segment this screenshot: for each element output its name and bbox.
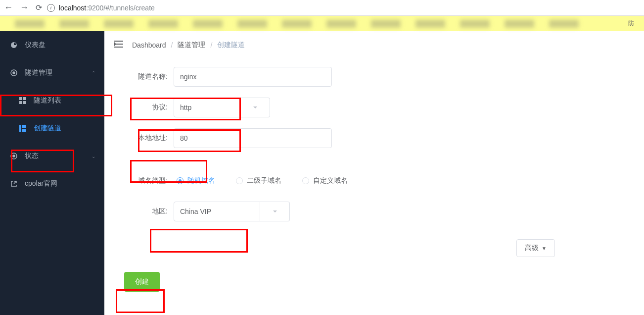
breadcrumb: Dashboard / 隧道管理 / 创建隧道 xyxy=(132,41,245,50)
select-dropdown-button[interactable] xyxy=(260,202,290,221)
radio-random-domain[interactable]: 随机域名 xyxy=(177,176,215,185)
forward-button[interactable]: → xyxy=(20,2,29,13)
svg-rect-4 xyxy=(19,101,22,104)
svg-rect-7 xyxy=(22,125,26,128)
sidebar-label: 仪表盘 xyxy=(25,41,46,50)
sidebar-item-tunnel-create[interactable]: 创建隧道 xyxy=(0,114,104,142)
tunnel-name-input[interactable] xyxy=(174,67,332,87)
svg-rect-11 xyxy=(114,41,123,42)
domain-type-label: 域名类型: xyxy=(124,176,174,185)
radio-label: 随机域名 xyxy=(187,176,215,185)
svg-point-10 xyxy=(13,155,15,157)
caret-down-icon: ▼ xyxy=(542,246,547,251)
chevron-up-icon: ⌃ xyxy=(92,70,95,76)
sidebar-item-dashboard[interactable]: 仪表盘 xyxy=(0,31,104,59)
local-addr-input[interactable] xyxy=(174,128,332,148)
reload-button[interactable]: ⟳ xyxy=(36,3,42,12)
region-label: 地区: xyxy=(124,207,174,216)
create-icon xyxy=(19,125,27,132)
breadcrumb-tunnel-mgmt[interactable]: 隧道管理 xyxy=(178,41,205,50)
bookmark-item[interactable]: 防 xyxy=(628,19,634,28)
bookmark-bar: 防 xyxy=(0,16,644,31)
tunnel-name-label: 隧道名称: xyxy=(124,72,174,81)
svg-rect-5 xyxy=(23,101,26,104)
svg-rect-2 xyxy=(19,97,22,100)
toggle-sidebar-button[interactable] xyxy=(114,40,123,51)
radio-label: 自定义域名 xyxy=(313,176,348,185)
svg-marker-14 xyxy=(114,42,116,46)
sidebar-item-tunnel-list[interactable]: 隧道列表 xyxy=(0,87,104,114)
radio-sub-domain[interactable]: 二级子域名 xyxy=(236,176,281,185)
list-icon xyxy=(19,97,27,104)
url-bar[interactable]: localhost:9200/#/tunnels/create xyxy=(59,4,155,12)
sidebar-label: 创建隧道 xyxy=(34,124,61,133)
status-icon xyxy=(10,152,18,160)
browser-toolbar: ← → ⟳ i localhost:9200/#/tunnels/create xyxy=(0,0,644,16)
advanced-button[interactable]: 高级 ▼ xyxy=(516,239,555,257)
breadcrumb-current: 创建隧道 xyxy=(217,41,245,50)
svg-rect-6 xyxy=(19,125,21,132)
breadcrumb-sep: / xyxy=(210,41,212,49)
chevron-down-icon xyxy=(252,105,258,110)
sidebar-item-status[interactable]: 状态 ⌄ xyxy=(0,142,104,170)
advanced-label: 高级 xyxy=(525,244,539,253)
local-addr-label: 本地地址: xyxy=(124,134,174,143)
sidebar-label: 隧道列表 xyxy=(34,96,61,105)
breadcrumb-dashboard[interactable]: Dashboard xyxy=(132,41,166,49)
radio-icon xyxy=(177,177,184,184)
create-button[interactable]: 创建 xyxy=(124,272,160,292)
protocol-label: 协议: xyxy=(124,103,174,112)
tunnel-icon xyxy=(10,69,18,77)
sidebar-label: cpolar官网 xyxy=(25,179,57,188)
radio-custom-domain[interactable]: 自定义域名 xyxy=(302,176,348,185)
chevron-down-icon xyxy=(272,209,278,214)
chevron-down-icon: ⌄ xyxy=(92,154,95,159)
radio-icon xyxy=(236,177,243,184)
region-select[interactable]: China VIP xyxy=(174,202,260,221)
radio-label: 二级子域名 xyxy=(247,176,281,185)
sidebar-item-tunnel-mgmt[interactable]: 隧道管理 ⌃ xyxy=(0,59,104,87)
site-info-icon[interactable]: i xyxy=(47,4,55,12)
radio-icon xyxy=(302,177,309,184)
svg-rect-3 xyxy=(23,97,26,100)
select-dropdown-button[interactable] xyxy=(240,98,270,117)
sidebar-label: 状态 xyxy=(25,152,39,160)
protocol-select[interactable]: http xyxy=(174,98,240,117)
back-button[interactable]: ← xyxy=(4,2,13,13)
main-content: Dashboard / 隧道管理 / 创建隧道 隧道名称: 协议: http xyxy=(104,31,644,315)
sidebar-item-cpolar-site[interactable]: cpolar官网 xyxy=(0,170,104,198)
url-host: localhost xyxy=(59,4,86,12)
svg-rect-13 xyxy=(114,47,123,48)
url-path: :9200/#/tunnels/create xyxy=(86,4,155,12)
svg-rect-8 xyxy=(22,129,26,132)
dashboard-icon xyxy=(10,41,18,49)
sidebar-label: 隧道管理 xyxy=(25,68,52,77)
external-link-icon xyxy=(10,180,18,187)
sidebar: 仪表盘 隧道管理 ⌃ 隧道列表 创建隧道 状态 ⌄ xyxy=(0,31,104,315)
breadcrumb-sep: / xyxy=(171,41,173,49)
svg-point-1 xyxy=(13,72,15,74)
